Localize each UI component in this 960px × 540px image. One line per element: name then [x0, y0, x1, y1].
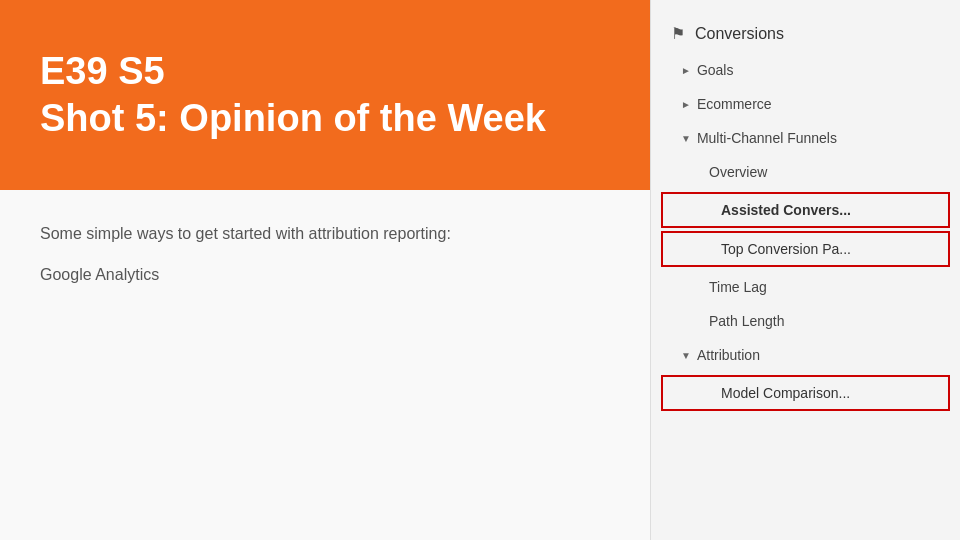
sidebar-item-goals[interactable]: ► Goals: [651, 53, 960, 87]
attribution-label: Attribution: [697, 347, 760, 363]
left-panel: E39 S5 Shot 5: Opinion of the Week Some …: [0, 0, 650, 540]
overview-label: Overview: [709, 164, 767, 180]
sidebar-item-ecommerce[interactable]: ► Ecommerce: [651, 87, 960, 121]
flag-icon: ⚑: [671, 24, 685, 43]
sidebar-item-assisted-conversions[interactable]: Assisted Convers...: [661, 192, 950, 228]
header-title: E39 S5 Shot 5: Opinion of the Week: [40, 48, 610, 143]
multi-channel-arrow: ▼: [681, 133, 691, 144]
attribution-arrow: ▼: [681, 350, 691, 361]
nav-section-header: ⚑ Conversions: [651, 10, 960, 53]
time-lag-label: Time Lag: [709, 279, 767, 295]
header-line2: Shot 5: Opinion of the Week: [40, 95, 610, 143]
ecommerce-label: Ecommerce: [697, 96, 772, 112]
sidebar: ⚑ Conversions ► Goals ► Ecommerce ▼ Mult…: [650, 0, 960, 540]
content-area: Some simple ways to get started with att…: [0, 190, 650, 540]
sidebar-item-path-length[interactable]: Path Length: [651, 304, 960, 338]
header-banner: E39 S5 Shot 5: Opinion of the Week: [0, 0, 650, 190]
nav-section-title: Conversions: [695, 25, 784, 43]
tool-text: Google Analytics: [40, 266, 610, 284]
sidebar-item-multi-channel[interactable]: ▼ Multi-Channel Funnels: [651, 121, 960, 155]
sidebar-item-top-conversion[interactable]: Top Conversion Pa...: [661, 231, 950, 267]
goals-label: Goals: [697, 62, 734, 78]
sidebar-item-overview[interactable]: Overview: [651, 155, 960, 189]
ecommerce-arrow: ►: [681, 99, 691, 110]
sidebar-item-model-comparison[interactable]: Model Comparison...: [661, 375, 950, 411]
model-comparison-label: Model Comparison...: [721, 385, 850, 401]
description-text: Some simple ways to get started with att…: [40, 222, 610, 246]
multi-channel-label: Multi-Channel Funnels: [697, 130, 837, 146]
sidebar-item-attribution[interactable]: ▼ Attribution: [651, 338, 960, 372]
goals-arrow: ►: [681, 65, 691, 76]
sidebar-item-time-lag[interactable]: Time Lag: [651, 270, 960, 304]
assisted-conversions-label: Assisted Convers...: [721, 202, 851, 218]
header-line1: E39 S5: [40, 48, 610, 96]
top-conversion-label: Top Conversion Pa...: [721, 241, 851, 257]
path-length-label: Path Length: [709, 313, 785, 329]
